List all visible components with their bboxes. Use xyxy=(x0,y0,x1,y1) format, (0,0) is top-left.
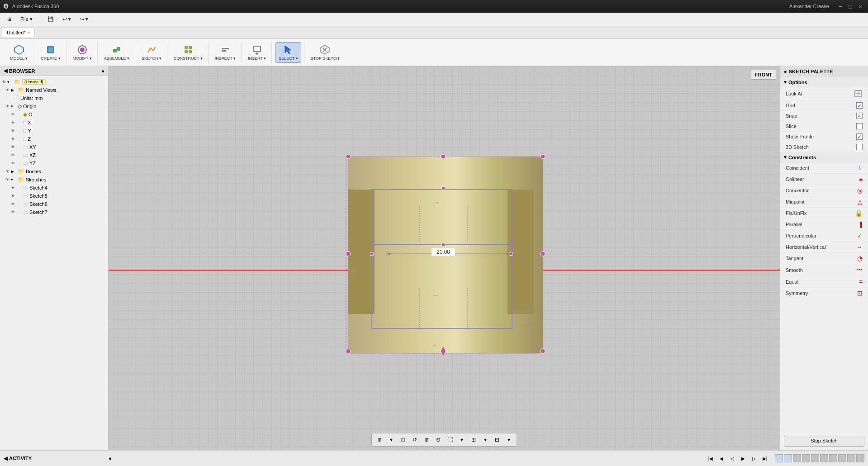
tree-item-z[interactable]: 👁 □ Z xyxy=(0,135,108,143)
eye-icon[interactable]: 👁 xyxy=(5,169,9,174)
slice-checkbox[interactable] xyxy=(856,123,863,129)
timeline-item-3[interactable] xyxy=(793,454,801,462)
timeline-item-1[interactable] xyxy=(775,454,783,462)
select-button[interactable]: SELECT ▾ xyxy=(275,42,301,63)
parallel-item[interactable]: Parallel ∥ xyxy=(780,219,868,230)
equal-item[interactable]: Equal = xyxy=(780,276,868,288)
fix-unfix-item[interactable]: Fix/UnFix 🔒 xyxy=(780,208,868,219)
undo-button[interactable]: ↩ ▾ xyxy=(59,15,75,23)
timeline-item-6[interactable] xyxy=(820,454,828,462)
save-button[interactable]: 💾 xyxy=(44,15,57,23)
model-dropdown-button[interactable]: MODEL ▾ xyxy=(7,42,30,63)
colinear-item[interactable]: Colinear ≡ xyxy=(780,174,868,185)
tree-item-sketch5[interactable]: 👁 ▭ Sketch5 xyxy=(0,192,108,200)
tree-item-named-views[interactable]: 👁 ▶ 📁 Named Views xyxy=(0,86,108,94)
eye-icon[interactable]: 👁 xyxy=(5,177,9,182)
tree-item-sketch4[interactable]: 👁 ▭ Sketch4 xyxy=(0,184,108,192)
timeline-item-10[interactable] xyxy=(856,454,864,462)
activity-options-icon[interactable]: ● xyxy=(109,456,112,461)
options-section-header[interactable]: ▾ Options xyxy=(780,77,868,87)
zoom-in-button[interactable]: ⊕ xyxy=(422,435,432,445)
timeline-item-9[interactable] xyxy=(847,454,855,462)
timeline-prev-step-button[interactable]: ◁ xyxy=(728,454,737,463)
tree-item-yz[interactable]: 👁 ▭ YZ xyxy=(0,159,108,167)
eye-icon[interactable]: 👁 xyxy=(11,137,15,141)
timeline-last-button[interactable]: ▶| xyxy=(760,454,769,463)
assemble-button[interactable]: ASSEMBLE ▾ xyxy=(101,42,132,63)
browser-collapse-icon[interactable]: ◀ xyxy=(4,68,7,74)
eye-icon[interactable]: 👁 xyxy=(2,80,6,84)
eye-icon[interactable]: 👁 xyxy=(11,112,15,117)
document-tab[interactable]: Untitled* × xyxy=(2,28,35,37)
file-menu-button[interactable]: File ▾ xyxy=(17,15,36,23)
tree-item-xy[interactable]: 👁 ▭ XY xyxy=(0,143,108,151)
timeline-item-8[interactable] xyxy=(838,454,846,462)
3d-sketch-checkbox[interactable] xyxy=(856,144,863,150)
cursor-dropdown-button[interactable]: ▾ xyxy=(386,435,396,445)
stop-sketch-toolbar-button[interactable]: STOP SKETCH xyxy=(308,42,342,63)
sketch-button[interactable]: SKETCH ▾ xyxy=(139,42,164,63)
display-settings-dropdown[interactable]: ▾ xyxy=(480,435,490,445)
eye-icon[interactable]: 👁 xyxy=(11,185,15,190)
grid-checkbox[interactable] xyxy=(856,102,863,109)
tree-item-sketch7[interactable]: 👁 ▭ Sketch7 xyxy=(0,208,108,216)
tree-item-sketches[interactable]: 👁 ▾ 📁 Sketches xyxy=(0,176,108,184)
canvas-area[interactable]: FRONT xyxy=(109,66,780,450)
close-button[interactable]: × xyxy=(856,2,864,10)
grid-settings-dropdown[interactable]: ▾ xyxy=(504,435,514,445)
look-at-button[interactable] xyxy=(854,89,863,98)
tree-item-sketch6[interactable]: 👁 ▭ Sketch6 xyxy=(0,200,108,208)
tree-item-o[interactable]: 👁 ◆ O xyxy=(0,110,108,119)
perpendicular-item[interactable]: Perpendicular ✓ xyxy=(780,230,868,242)
timeline-prev-button[interactable]: ◀ xyxy=(717,454,726,463)
view-options-dropdown[interactable]: ▾ xyxy=(457,435,467,445)
inspect-button[interactable]: INSPECT ▾ xyxy=(212,42,238,63)
grid-menu-button[interactable]: ⊞ xyxy=(4,15,15,23)
tree-item-bodies[interactable]: 👁 ▶ 📁 Bodies xyxy=(0,167,108,176)
eye-icon[interactable]: 👁 xyxy=(11,128,15,133)
grid-settings-button[interactable]: ⊟ xyxy=(492,435,502,445)
tab-close-icon[interactable]: × xyxy=(28,30,30,35)
concentric-item[interactable]: Concentric ◎ xyxy=(780,185,868,196)
timeline-first-button[interactable]: |◀ xyxy=(706,454,715,463)
eye-icon[interactable]: 👁 xyxy=(11,194,15,198)
tree-item-origin[interactable]: 👁 ▾ ◇ Origin xyxy=(0,102,108,110)
tree-item-xz[interactable]: 👁 ▭ XZ xyxy=(0,151,108,159)
orbit-button[interactable]: ↺ xyxy=(410,435,420,445)
tree-item-y[interactable]: 👁 □ Y xyxy=(0,127,108,135)
eye-icon[interactable]: 👁 xyxy=(11,202,15,206)
browser-options-icon[interactable]: ● xyxy=(101,68,104,74)
timeline-item-7[interactable] xyxy=(829,454,837,462)
eye-icon[interactable]: 👁 xyxy=(5,104,9,109)
construct-button[interactable]: CONSTRUCT ▾ xyxy=(171,42,205,63)
view-options-button[interactable]: ⛶ xyxy=(445,435,455,445)
eye-icon[interactable]: 👁 xyxy=(11,145,15,149)
eye-icon[interactable]: 👁 xyxy=(5,88,9,92)
midpoint-item[interactable]: Midpoint △ xyxy=(780,196,868,208)
timeline-item-4[interactable] xyxy=(802,454,810,462)
timeline-play-button[interactable]: ▶ xyxy=(739,454,748,463)
timeline-item-5[interactable] xyxy=(811,454,819,462)
horizontal-vertical-item[interactable]: Horizontal/Vertical ↔ xyxy=(780,242,868,253)
eye-icon[interactable]: 👁 xyxy=(11,210,15,214)
smooth-item[interactable]: Smooth 〜 xyxy=(780,264,868,276)
cursor-mode-button[interactable]: ⊕ xyxy=(375,435,384,445)
tree-item-units[interactable]: 📄 Units: mm xyxy=(0,94,108,102)
constraints-section-header[interactable]: ▾ Constraints xyxy=(780,152,868,162)
create-button[interactable]: CREATE ▾ xyxy=(38,42,63,63)
eye-icon[interactable]: 👁 xyxy=(11,161,15,166)
minimize-button[interactable]: − xyxy=(836,2,844,10)
timeline-next-step-button[interactable]: ▷ xyxy=(749,454,759,463)
display-settings-button[interactable]: ⊞ xyxy=(469,435,479,445)
symmetry-item[interactable]: Symmetry ⊡ xyxy=(780,288,868,299)
tree-item-unsaved[interactable]: 👁 ▾ 📁 (Unsaved) xyxy=(0,78,108,86)
eye-icon[interactable]: 👁 xyxy=(11,120,15,125)
fit-view-button[interactable]: □ xyxy=(398,435,408,445)
snap-checkbox[interactable] xyxy=(856,113,863,119)
redo-button[interactable]: ↪ ▾ xyxy=(76,15,92,23)
tree-item-x[interactable]: 👁 □ X xyxy=(0,119,108,127)
collapse-activity-icon[interactable]: ◀ xyxy=(4,456,7,461)
show-profile-checkbox[interactable] xyxy=(856,133,863,140)
eye-icon[interactable]: 👁 xyxy=(11,153,15,157)
maximize-button[interactable]: □ xyxy=(846,2,854,10)
